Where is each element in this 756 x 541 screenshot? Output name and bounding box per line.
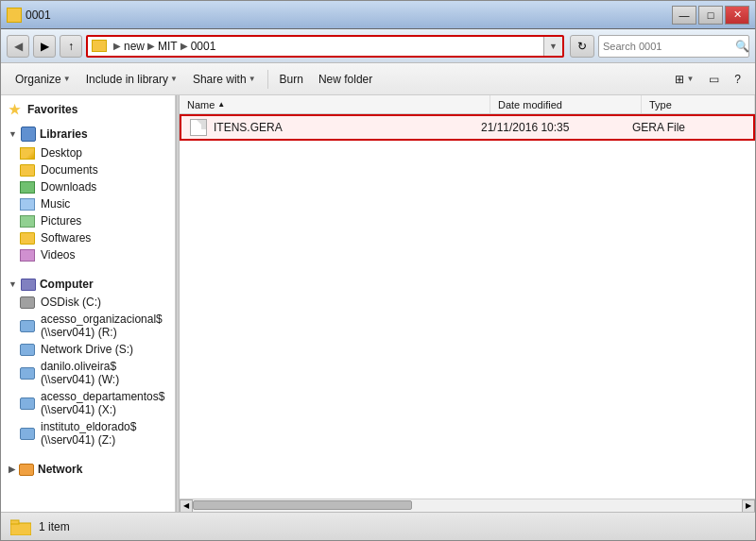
minimize-button[interactable]: — — [672, 6, 696, 25]
burn-button[interactable]: Burn — [273, 69, 310, 90]
refresh-button[interactable]: ↻ — [570, 35, 594, 58]
sidebar-item-documents[interactable]: Documents — [1, 161, 175, 178]
back-icon: ◀ — [14, 40, 23, 53]
sidebar-item-danilo[interactable]: danilo.oliveira$ (\\serv041) (W:) — [1, 358, 175, 388]
breadcrumb-sep3: ▶ — [180, 41, 188, 51]
close-button[interactable]: ✕ — [725, 6, 749, 25]
folder-status-svg — [10, 518, 31, 535]
column-header-type[interactable]: Type — [642, 95, 755, 113]
sidebar-item-downloads[interactable]: Downloads — [1, 178, 175, 195]
favorites-star-icon: ★ — [9, 102, 24, 117]
libraries-icon — [21, 127, 36, 142]
main-area: ★ Favorites ▼ Libraries Desktop Document… — [1, 95, 755, 512]
libraries-section: ▼ Libraries Desktop Documents Downloads — [1, 124, 175, 263]
nav-bar: ◀ ▶ ↑ ▶ new ▶ MIT ▶ 0001 ▼ ↻ — [1, 29, 755, 63]
h-scroll-left-button[interactable]: ◀ — [180, 499, 193, 513]
network-label: Network — [38, 463, 82, 476]
preview-pane-icon: ▭ — [709, 73, 719, 86]
search-bar[interactable]: 🔍 — [598, 35, 749, 58]
address-bar[interactable]: ▶ new ▶ MIT ▶ 0001 ▼ — [86, 35, 564, 58]
svg-rect-1 — [10, 520, 19, 524]
window-title: 0001 — [26, 8, 51, 22]
h-scroll-right-button[interactable]: ▶ — [742, 499, 755, 513]
breadcrumb-part-0001[interactable]: 0001 — [191, 40, 216, 53]
organize-label: Organize — [15, 73, 61, 86]
sidebar-item-videos[interactable]: Videos — [1, 246, 175, 263]
status-item-count: 1 item — [39, 520, 70, 533]
sidebar-item-acesso-dep[interactable]: acesso_departamentos$ (\\serv041) (X:) — [1, 388, 175, 418]
help-button[interactable]: ? — [728, 69, 747, 90]
maximize-button[interactable]: □ — [698, 6, 723, 25]
share-with-label: Share with — [193, 73, 247, 86]
title-controls: — □ ✕ — [672, 6, 749, 25]
sidebar-item-pictures[interactable]: Pictures — [1, 212, 175, 229]
sidebar-item-desktop[interactable]: Desktop — [1, 144, 175, 161]
downloads-label: Downloads — [41, 180, 96, 194]
music-label: Music — [41, 197, 70, 211]
network-header[interactable]: ▶ Network — [1, 460, 175, 479]
address-dropdown[interactable]: ▼ — [543, 37, 562, 56]
breadcrumb[interactable]: ▶ new ▶ MIT ▶ 0001 — [88, 37, 543, 56]
forward-button[interactable]: ▶ — [33, 35, 56, 58]
burn-label: Burn — [280, 73, 303, 86]
favorites-header[interactable]: ★ Favorites — [1, 99, 175, 120]
share-with-button[interactable]: Share with ▼ — [186, 69, 263, 90]
documents-label: Documents — [41, 163, 98, 177]
column-header-date[interactable]: Date modified — [490, 95, 642, 113]
file-icon-itens — [189, 119, 208, 136]
back-button[interactable]: ◀ — [7, 35, 29, 58]
include-in-library-label: Include in library — [86, 73, 168, 86]
pictures-label: Pictures — [41, 214, 81, 228]
sidebar-item-instituto[interactable]: instituto_eldorado$ (\\serv041) (Z:) — [1, 418, 175, 448]
computer-header[interactable]: ▼ Computer — [1, 275, 175, 294]
favorites-label: Favorites — [27, 103, 77, 116]
up-button[interactable]: ↑ — [60, 35, 82, 58]
view-options-button[interactable]: ⊞ ▼ — [668, 69, 700, 90]
sidebar-item-osdisk[interactable]: OSDisk (C:) — [1, 294, 175, 311]
breadcrumb-sep1: ▶ — [113, 41, 121, 51]
sidebar: ★ Favorites ▼ Libraries Desktop Document… — [1, 95, 176, 512]
organize-button[interactable]: Organize ▼ — [9, 69, 77, 90]
column-name-sort-icon: ▲ — [217, 100, 225, 109]
sidebar-item-network-drive[interactable]: Network Drive (S:) — [1, 341, 175, 358]
preview-pane-button[interactable]: ▭ — [702, 69, 726, 90]
file-row-itens-gera[interactable]: ITENS.GERA 21/11/2016 10:35 GERA File — [180, 114, 755, 141]
organize-chevron-icon: ▼ — [63, 75, 71, 83]
search-icon[interactable]: 🔍 — [735, 40, 749, 53]
dropdown-chevron-icon: ▼ — [549, 42, 558, 51]
libraries-label: Libraries — [40, 127, 88, 141]
osdisk-icon — [20, 296, 35, 309]
instituto-label: instituto_eldorado$ (\\serv041) (Z:) — [41, 420, 167, 447]
svg-rect-0 — [10, 523, 31, 535]
forward-icon: ▶ — [41, 40, 49, 53]
h-scroll-thumb[interactable] — [193, 500, 412, 510]
new-folder-label: New folder — [318, 73, 372, 86]
libraries-header[interactable]: ▼ Libraries — [1, 124, 175, 144]
column-header-name[interactable]: Name ▲ — [180, 95, 490, 113]
breadcrumb-part-mit[interactable]: MIT — [158, 40, 178, 53]
sidebar-item-acesso-org[interactable]: acesso_organizacional$ (\\serv041) (R:) — [1, 311, 175, 341]
computer-section: ▼ Computer OSDisk (C:) acesso_organizaci… — [1, 275, 175, 448]
toolbar: Organize ▼ Include in library ▼ Share wi… — [1, 63, 755, 95]
horizontal-scrollbar[interactable]: ◀ ▶ — [180, 499, 755, 512]
view-chevron-icon: ▼ — [686, 75, 694, 83]
file-list: ITENS.GERA 21/11/2016 10:35 GERA File — [180, 114, 755, 499]
toolbar-separator — [267, 70, 268, 89]
sidebar-item-softwares[interactable]: Softwares — [1, 229, 175, 246]
breadcrumb-part-new[interactable]: new — [124, 40, 145, 53]
new-folder-button[interactable]: New folder — [312, 69, 379, 90]
network-icon — [19, 464, 34, 476]
softwares-label: Softwares — [41, 231, 91, 245]
status-bar: 1 item — [1, 512, 755, 540]
title-bar: 0001 — □ ✕ — [1, 1, 755, 29]
h-scroll-track[interactable] — [193, 499, 742, 512]
acesso-org-icon — [20, 320, 35, 332]
computer-label: Computer — [40, 278, 94, 291]
music-icon — [20, 198, 35, 211]
search-input[interactable] — [603, 41, 733, 52]
instituto-icon — [20, 428, 35, 440]
include-in-library-button[interactable]: Include in library ▼ — [79, 69, 184, 90]
desktop-icon — [20, 147, 35, 160]
content-pane: Name ▲ Date modified Type ITENS.GERA 21/… — [180, 95, 755, 512]
sidebar-item-music[interactable]: Music — [1, 195, 175, 212]
